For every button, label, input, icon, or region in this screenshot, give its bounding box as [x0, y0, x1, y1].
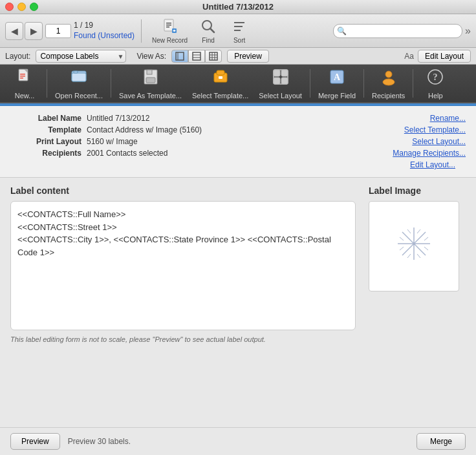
find-icon: [199, 17, 217, 36]
new-record-button[interactable]: New Record: [148, 16, 191, 45]
icon-toolbar-sep-2: [111, 69, 111, 98]
svg-rect-37: [274, 70, 280, 76]
svg-rect-35: [219, 76, 222, 79]
new-doc-icon: [16, 68, 34, 90]
svg-point-43: [385, 71, 392, 78]
template-value: Contact Address w/ Image (5160): [87, 125, 202, 134]
layout-bar: Layout: Compose Labels ▼ View As: Previe…: [0, 48, 476, 65]
edit-layout-link[interactable]: Edit Layout...: [10, 160, 466, 169]
forward-button[interactable]: ▶: [25, 22, 43, 40]
merge-field-button[interactable]: A Merge Field: [313, 65, 361, 102]
info-row-template: Template Contact Address w/ Image (5160): [10, 125, 393, 134]
info-row-label-name: Label Name Untitled 7/13/2012: [10, 114, 393, 123]
view-table-button[interactable]: [205, 50, 222, 63]
svg-text:A: A: [334, 72, 341, 82]
save-as-template-button[interactable]: Save As Template...: [114, 65, 187, 102]
recipients-button[interactable]: Recipients: [367, 65, 410, 102]
label-content-section: Label content <<CONTACTS::Full Name>> <<…: [10, 185, 356, 343]
svg-text:?: ?: [433, 72, 438, 82]
help-button[interactable]: ? Help: [416, 65, 455, 102]
preview-bottom-button[interactable]: Preview: [10, 433, 60, 450]
manage-recipients-link[interactable]: Manage Recipients...: [393, 149, 466, 158]
layout-label: Layout:: [5, 52, 30, 61]
edit-layout-button[interactable]: Edit Layout: [418, 50, 471, 63]
find-button[interactable]: Find: [194, 16, 222, 45]
view-list-button[interactable]: [188, 50, 205, 63]
select-template-icon: [211, 68, 230, 90]
select-template-button[interactable]: Select Template...: [187, 65, 254, 102]
sort-label: Sort: [233, 37, 245, 44]
svg-rect-25: [20, 76, 25, 77]
layout-select[interactable]: Compose Labels: [36, 50, 126, 63]
main-toolbar: ◀ ▶ 1 / 19 Found (Unsorted) New Record: [0, 14, 476, 48]
select-layout-button[interactable]: Select Layout: [254, 65, 307, 102]
help-label: Help: [428, 92, 443, 100]
svg-point-59: [413, 242, 415, 245]
back-button[interactable]: ◀: [5, 22, 23, 40]
merge-field-label: Merge Field: [318, 92, 356, 100]
maximize-button[interactable]: [30, 3, 38, 11]
svg-rect-34: [217, 70, 224, 75]
view-as-label: View As:: [136, 52, 166, 61]
svg-rect-17: [210, 52, 217, 60]
main-content: Label Name Untitled 7/13/2012 Template C…: [0, 106, 476, 455]
select-layout-label: Select Layout: [259, 92, 302, 100]
svg-rect-24: [20, 74, 25, 75]
svg-line-52: [417, 229, 420, 233]
new-icon-button[interactable]: New...: [5, 65, 44, 102]
rename-link[interactable]: Rename...: [430, 114, 466, 123]
print-layout-value: 5160 w/ Image: [87, 137, 138, 146]
record-input[interactable]: [45, 24, 71, 38]
sort-icon: [230, 17, 248, 36]
svg-line-53: [407, 254, 411, 258]
info-row-print-layout: Print Layout 5160 w/ Image: [10, 137, 393, 146]
record-nav: 1 / 19 Found (Unsorted): [45, 21, 135, 41]
toolbar-separator-1: [141, 19, 142, 43]
svg-rect-28: [72, 73, 86, 81]
find-label: Find: [202, 37, 214, 44]
content-cols: Label content <<CONTACTS::Full Name>> <<…: [10, 185, 466, 343]
svg-line-55: [400, 237, 404, 240]
aa-label: Aa: [404, 52, 414, 61]
records-found: 1 / 19 Found (Unsorted): [74, 21, 135, 41]
new-record-icon: [161, 17, 179, 36]
icon-toolbar-sep-1: [47, 69, 47, 98]
search-wrap: 🔍: [333, 24, 462, 38]
close-button[interactable]: [5, 3, 14, 11]
label-name-value: Untitled 7/13/2012: [87, 114, 149, 123]
select-template-label: Select Template...: [192, 92, 248, 100]
new-icon-label: New...: [15, 92, 35, 100]
open-recent-button[interactable]: Open Recent...: [50, 65, 108, 102]
search-input[interactable]: [333, 24, 462, 38]
nav-buttons: ◀ ▶: [5, 22, 43, 40]
svg-rect-1: [166, 23, 171, 24]
label-content-text: <<CONTACTS::Full Name>> <<CONTACTS::Stre…: [17, 209, 331, 257]
minimize-button[interactable]: [17, 3, 26, 11]
label-content-box[interactable]: <<CONTACTS::Full Name>> <<CONTACTS::Stre…: [10, 201, 356, 330]
layout-select-wrap: Compose Labels ▼: [36, 50, 126, 63]
select-template-link[interactable]: Select Template...: [404, 125, 466, 134]
recipients-icon: [380, 68, 398, 90]
save-as-template-label: Save As Template...: [119, 92, 182, 100]
window-controls: [5, 3, 38, 11]
svg-rect-39: [274, 78, 280, 84]
layout-right: Aa Edit Layout: [404, 50, 471, 63]
merge-button[interactable]: Merge: [416, 433, 466, 450]
svg-rect-29: [74, 71, 78, 73]
svg-line-54: [417, 254, 420, 258]
help-icon: ?: [426, 68, 444, 90]
label-image-section: Label Image: [369, 185, 466, 343]
toolbar-expand-icon[interactable]: »: [465, 25, 471, 37]
label-image-snowflake: [395, 224, 433, 268]
info-links: Rename... Select Template... Select Layo…: [393, 114, 466, 160]
svg-line-58: [424, 247, 428, 250]
preview-button[interactable]: Preview: [227, 50, 269, 63]
merge-field-icon: A: [328, 68, 346, 90]
select-layout-link[interactable]: Select Layout...: [412, 137, 466, 146]
svg-line-56: [400, 247, 404, 250]
svg-rect-32: [146, 78, 155, 83]
sort-button[interactable]: Sort: [225, 16, 254, 45]
window-title: Untitled 7/13/2012: [202, 2, 274, 12]
select-layout-icon: [272, 68, 290, 90]
view-form-button[interactable]: [171, 50, 188, 63]
